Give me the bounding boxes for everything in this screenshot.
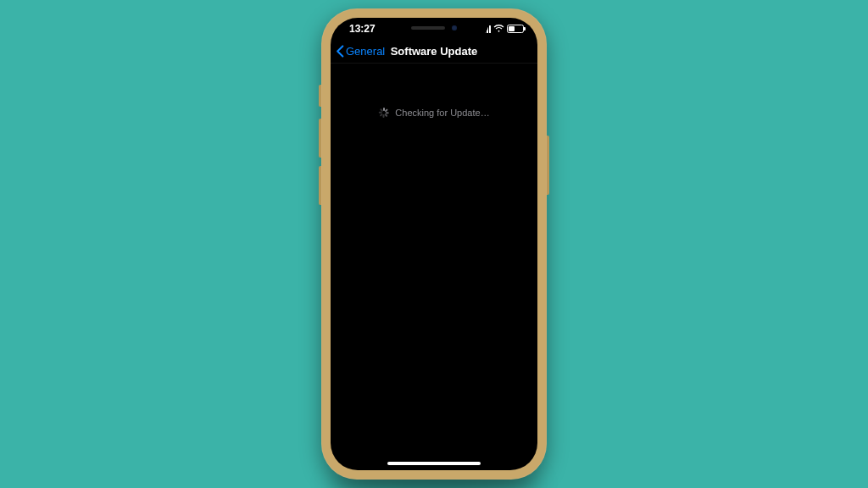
phone-shadow bbox=[328, 473, 540, 488]
home-indicator[interactable] bbox=[387, 462, 481, 465]
loading-text: Checking for Update… bbox=[395, 108, 489, 118]
chevron-left-icon bbox=[336, 45, 344, 58]
battery-fill bbox=[509, 26, 515, 31]
status-time: 13:27 bbox=[344, 23, 376, 35]
notch bbox=[380, 18, 488, 38]
front-camera bbox=[452, 25, 457, 30]
battery-icon bbox=[507, 25, 524, 33]
back-button[interactable]: General bbox=[336, 40, 385, 63]
navigation-bar: General Software Update bbox=[331, 40, 537, 64]
wifi-icon bbox=[493, 25, 504, 33]
screen: 13:27 General Software Update bbox=[331, 18, 537, 470]
page-title: Software Update bbox=[391, 45, 478, 58]
spinner-icon bbox=[378, 108, 388, 118]
loading-row: Checking for Update… bbox=[331, 108, 537, 118]
phone-frame: 13:27 General Software Update bbox=[321, 8, 547, 480]
back-button-label: General bbox=[346, 45, 385, 58]
speaker-grille bbox=[411, 26, 445, 30]
side-button bbox=[547, 136, 549, 195]
